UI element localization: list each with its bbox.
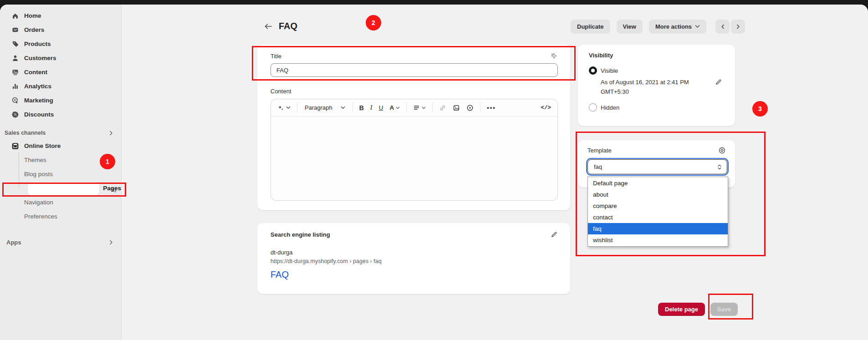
dropdown-option-default-page[interactable]: Default page: [588, 178, 728, 189]
bar-chart-icon: [11, 82, 19, 90]
sidebar-item-label: Marketing: [24, 97, 53, 104]
insert-image-button[interactable]: [452, 103, 461, 113]
search-engine-listing-card: Search engine listing dt-durga https://d…: [257, 223, 570, 294]
chevron-down-icon: [341, 106, 345, 109]
duplicate-label: Duplicate: [577, 23, 604, 30]
visible-radio[interactable]: [589, 66, 597, 75]
sidebar-item-label: Preferences: [24, 213, 57, 220]
sidebar-item-navigation[interactable]: Navigation: [0, 195, 121, 209]
edit-pencil-icon[interactable]: [715, 78, 722, 96]
sidebar-item-content[interactable]: Content: [0, 65, 121, 79]
delete-page-button[interactable]: Delete page: [658, 303, 705, 316]
sidebar-item-online-store[interactable]: Online Store: [0, 139, 121, 153]
sidebar-item-home[interactable]: Home: [0, 9, 121, 23]
show-html-button[interactable]: </>: [540, 103, 552, 112]
target-icon: [11, 96, 19, 104]
sidebar-item-label: Customers: [24, 55, 56, 61]
bold-button[interactable]: B: [358, 103, 365, 113]
dropdown-option-contact[interactable]: contact: [588, 212, 728, 223]
sidebar-item-label: Products: [24, 41, 51, 47]
alignment-button[interactable]: [412, 103, 427, 112]
dropdown-option-wishlist[interactable]: wishlist: [588, 234, 728, 246]
more-actions-button[interactable]: More actions: [649, 20, 706, 33]
insert-video-button[interactable]: [465, 103, 475, 113]
chevron-down-icon: [396, 107, 400, 109]
duplicate-button[interactable]: Duplicate: [571, 20, 610, 33]
sidebar-nav: Home Orders Products Customers: [0, 9, 121, 249]
sidebar-item-label: Content: [24, 69, 47, 76]
sidebar-item-pages[interactable]: Pages: [0, 181, 121, 195]
view-label: View: [623, 23, 636, 30]
sidebar-item-preferences[interactable]: Preferences: [0, 209, 121, 223]
apps-label: Apps: [6, 239, 21, 246]
sidebar-item-orders[interactable]: Orders: [0, 23, 121, 37]
editor-toolbar: Paragraph B I U A: [271, 99, 557, 117]
save-button[interactable]: Save: [710, 303, 738, 316]
back-button[interactable]: [263, 21, 273, 31]
view-eye-icon[interactable]: [718, 147, 726, 154]
template-label: Template: [587, 147, 612, 154]
sidebar-section-apps[interactable]: Apps: [0, 235, 121, 249]
chevron-right-icon: [736, 24, 740, 29]
seo-heading: Search engine listing: [271, 231, 330, 238]
sidebar-item-label: Home: [24, 12, 41, 19]
seo-page-link[interactable]: FAQ: [271, 269, 289, 280]
view-button[interactable]: View: [617, 20, 643, 33]
template-selected-value: faq: [594, 163, 602, 170]
magic-sparkle-icon[interactable]: [550, 52, 558, 60]
sidebar-item-products[interactable]: Products: [0, 37, 121, 51]
italic-button[interactable]: I: [369, 102, 373, 113]
sidebar-item-blog-posts[interactable]: Blog posts: [0, 167, 121, 181]
edit-pencil-icon[interactable]: [551, 231, 558, 238]
sidebar-item-discounts[interactable]: Discounts: [0, 107, 121, 122]
chevron-down-icon: [422, 107, 426, 109]
sidebar-item-analytics[interactable]: Analytics: [0, 79, 121, 93]
underline-button[interactable]: U: [378, 103, 384, 112]
timestamp-line1: As of August 16, 2021 at 2:41 PM: [601, 79, 689, 86]
visibility-card: Visibility Visible As of August 16, 2021…: [578, 45, 735, 126]
toolbar-divider: [297, 103, 297, 113]
image-icon: [453, 104, 460, 112]
content-textarea[interactable]: [271, 117, 557, 200]
page-title: FAQ: [279, 21, 297, 31]
home-icon: [11, 12, 19, 20]
content-label: Content: [271, 88, 558, 95]
title-input[interactable]: [271, 63, 558, 77]
chevron-left-icon: [721, 24, 725, 29]
magic-sparkle-icon: [277, 104, 284, 111]
link-icon: [439, 104, 446, 112]
sidebar-section-sales-channels[interactable]: Sales channels: [0, 127, 121, 139]
more-formatting-button[interactable]: •••: [486, 103, 497, 112]
more-actions-label: More actions: [655, 23, 692, 30]
hidden-radio[interactable]: [589, 103, 597, 112]
insert-link-button[interactable]: [438, 103, 447, 113]
toolbar-divider: [480, 103, 480, 113]
visibility-heading: Visibility: [589, 52, 725, 59]
select-caret-icon: [717, 164, 722, 170]
paragraph-style-dropdown[interactable]: Paragraph: [303, 104, 347, 111]
seo-url-breadcrumb: https://dt-durga.myshopify.com › pages ›…: [271, 258, 558, 264]
sidebar-item-marketing[interactable]: Marketing: [0, 93, 121, 107]
page-editor-card: Title Content Paragraph B I: [257, 45, 570, 210]
template-dropdown-list: Default page about compare contact faq w…: [587, 177, 728, 247]
sidebar-item-themes[interactable]: Themes: [0, 153, 121, 167]
next-page-button[interactable]: [731, 20, 745, 33]
sidebar-item-label: Orders: [24, 26, 44, 33]
nav-tree-line: [19, 152, 19, 188]
sidebar-item-customers[interactable]: Customers: [0, 51, 121, 65]
toolbar-divider: [432, 103, 433, 113]
dropdown-option-compare[interactable]: compare: [588, 200, 728, 212]
chevron-down-icon: [695, 25, 700, 28]
template-select[interactable]: faq: [587, 159, 727, 174]
previous-page-button[interactable]: [715, 20, 730, 33]
toolbar-divider: [352, 103, 353, 113]
align-left-icon: [413, 104, 420, 111]
title-label: Title: [271, 53, 281, 60]
content-icon: [11, 68, 19, 76]
text-color-button[interactable]: A: [388, 103, 401, 112]
dropdown-option-faq[interactable]: faq: [588, 223, 728, 234]
person-icon: [11, 54, 19, 62]
rich-text-editor: Paragraph B I U A: [271, 99, 558, 201]
ai-magic-button[interactable]: [276, 103, 291, 112]
dropdown-option-about[interactable]: about: [588, 189, 728, 200]
